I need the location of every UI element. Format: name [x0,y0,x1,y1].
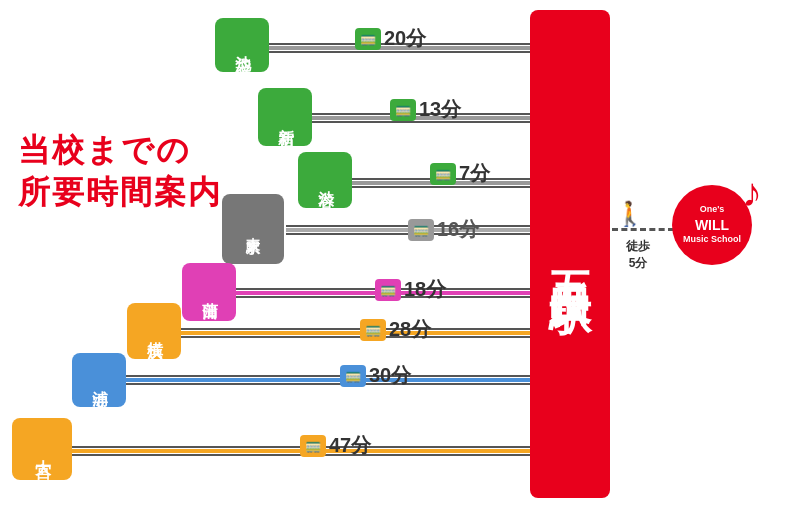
time-text-tokyo: 16分 [437,216,479,243]
station-shinjuku: 新宿 [258,88,312,146]
train-icon-shibuya: 🚃 [430,163,456,185]
time-text-kamata: 18分 [404,276,446,303]
walk-dashed-line [612,228,674,231]
main-container: 当校までの 所要時間案内 五反田駅 池袋 新宿 渋谷 東京駅 蒲田 横浜 浦 [0,0,792,508]
train-icon-tokyo: 🚃 [408,219,434,241]
time-yokohama: 🚃 28分 [360,316,431,343]
ones-will-line3: Music School [683,234,741,246]
time-shibuya: 🚃 7分 [430,160,490,187]
page-title: 当校までの 所要時間案内 [18,130,222,213]
time-text-ikebukuro: 20分 [384,25,426,52]
station-ikebukuro: 池袋 [215,18,269,72]
train-icon-omiya: 🚃 [300,435,326,457]
rail-shibuya [326,181,530,185]
walk-icon: 🚶 [615,200,645,228]
time-text-yokohama: 28分 [389,316,431,343]
time-omiya: 🚃 47分 [300,432,371,459]
station-kamata: 蒲田 [182,263,236,321]
walk-time-label: 徒歩 5分 [626,238,650,272]
time-urayasu: 🚃 30分 [340,362,411,389]
rail-urayasu [102,378,530,382]
rail-yokohama [157,331,530,335]
time-ikebukuro: 🚃 20分 [355,25,426,52]
rail-kamata [212,291,530,295]
station-urayasu: 浦安 [72,353,126,407]
station-omiya: 大宮 [12,418,72,480]
time-text-urayasu: 30分 [369,362,411,389]
rail-omiya [44,449,530,453]
time-text-shibuya: 7分 [459,160,490,187]
station-yokohama: 横浜 [127,303,181,359]
time-kamata: 🚃 18分 [375,276,446,303]
station-shibuya: 渋谷 [298,152,352,208]
gofanda-label: 五反田駅 [542,238,598,270]
ones-will-logo: One's WILL Music School [672,185,752,265]
time-tokyo: 🚃 16分 [408,216,479,243]
train-icon-yokohama: 🚃 [360,319,386,341]
ones-will-line1: One's [700,204,725,216]
time-shinjuku: 🚃 13分 [390,96,461,123]
train-icon-kamata: 🚃 [375,279,401,301]
train-icon-shinjuku: 🚃 [390,99,416,121]
time-text-omiya: 47分 [329,432,371,459]
time-text-shinjuku: 13分 [419,96,461,123]
train-icon-ikebukuro: 🚃 [355,28,381,50]
ones-will-line2: WILL [695,216,729,234]
train-icon-urayasu: 🚃 [340,365,366,387]
station-tokyo: 東京駅 [222,194,284,264]
gofanda-station: 五反田駅 [530,10,610,498]
